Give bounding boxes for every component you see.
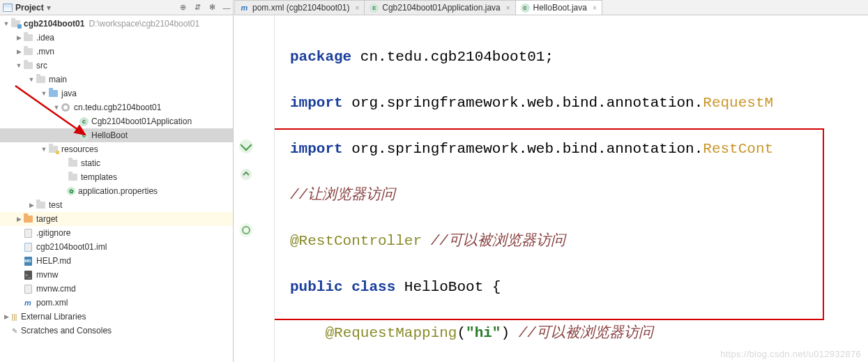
chevron-down-icon[interactable] xyxy=(40,90,47,97)
tree-test[interactable]: test xyxy=(0,198,233,212)
chevron-down-icon[interactable] xyxy=(40,146,47,153)
chevron-right-icon[interactable] xyxy=(15,34,22,41)
editor-body: package cn.tedu.cgb2104boot01; import or… xyxy=(234,15,868,362)
folder-icon xyxy=(24,62,33,69)
project-panel-header: Project ▾ ⊕ ⇵ ✻ — xyxy=(0,0,233,15)
module-folder-icon xyxy=(11,20,20,27)
tree-static[interactable]: static xyxy=(0,156,233,170)
tree-idea[interactable]: .idea xyxy=(0,31,233,45)
source-folder-icon xyxy=(49,90,58,97)
tree-external-libraries[interactable]: ||| External Libraries xyxy=(0,310,233,324)
project-tool-icon xyxy=(3,3,13,12)
file-icon xyxy=(24,285,32,294)
folder-icon xyxy=(68,174,77,181)
tab-hello[interactable]: c HelloBoot.java × xyxy=(515,0,602,15)
watermark-text: https://blog.csdn.net/u012932876 xyxy=(720,349,861,359)
project-tree[interactable]: cgb2104boot01 D:\workspace\cgb2104boot01… xyxy=(0,15,233,338)
tree-app-props[interactable]: ✿ application.properties xyxy=(0,184,233,198)
project-tool-window: Project ▾ ⊕ ⇵ ✻ — cgb2104boot01 D:\works… xyxy=(0,0,234,362)
root-label: cgb2104boot01 xyxy=(24,19,84,29)
java-class-icon: c xyxy=(79,117,89,126)
close-tab-icon[interactable]: × xyxy=(506,4,510,12)
gutter-marker-icon[interactable] xyxy=(239,223,253,237)
select-opened-file-icon[interactable]: ⊕ xyxy=(176,1,189,14)
chevron-right-icon[interactable] xyxy=(28,202,35,209)
tree-root[interactable]: cgb2104boot01 D:\workspace\cgb2104boot01 xyxy=(0,17,233,31)
tree-package[interactable]: cn.tedu.cgb2104boot01 xyxy=(0,100,233,114)
svg-point-0 xyxy=(241,169,252,180)
tree-templates[interactable]: templates xyxy=(0,170,233,184)
root-path: D:\workspace\cgb2104boot01 xyxy=(89,19,199,29)
tab-label: HelloBoot.java xyxy=(533,3,587,13)
tree-scratches[interactable]: ✎ Scratches and Consoles xyxy=(0,324,233,338)
tree-mvnw[interactable]: >_ mvnw xyxy=(0,268,233,282)
chevron-right-icon[interactable] xyxy=(15,48,22,55)
folder-icon xyxy=(36,76,45,83)
editor-region: m pom.xml (cgb2104boot01) × c Cgb2104boo… xyxy=(234,0,868,362)
iml-file-icon xyxy=(24,243,32,252)
project-panel-title[interactable]: Project xyxy=(15,3,44,13)
folder-icon xyxy=(68,160,77,167)
maven-file-icon: m xyxy=(240,3,249,13)
tree-app-class[interactable]: c Cgb2104boot01Application xyxy=(0,114,233,128)
spring-config-icon: ✿ xyxy=(67,187,75,195)
libraries-icon: ||| xyxy=(10,312,19,322)
tab-label: pom.xml (cgb2104boot01) xyxy=(252,3,349,13)
folder-icon xyxy=(24,48,33,55)
tree-resources[interactable]: resources xyxy=(0,142,233,156)
chevron-down-icon[interactable] xyxy=(3,20,10,27)
file-icon xyxy=(24,229,32,238)
tree-gitignore[interactable]: .gitignore xyxy=(0,226,233,240)
tree-hello-class[interactable]: c HelloBoot xyxy=(0,128,233,142)
code-line[interactable]: @RequestMapping("hi") //可以被浏览器访问 xyxy=(290,322,868,345)
tree-java[interactable]: java xyxy=(0,86,233,100)
tree-src[interactable]: src xyxy=(0,59,233,73)
scratches-icon: ✎ xyxy=(10,326,19,335)
package-icon xyxy=(61,103,70,112)
annotation-highlight-box xyxy=(275,128,824,320)
maven-file-icon: m xyxy=(24,299,33,308)
tree-target[interactable]: target xyxy=(0,212,233,226)
tree-help[interactable]: MD HELP.md xyxy=(0,254,233,268)
editor-gutter[interactable] xyxy=(234,15,275,362)
tree-mvn[interactable]: .mvn xyxy=(0,45,233,59)
tab-label: Cgb2104boot01Application.java xyxy=(382,3,500,13)
chevron-down-icon[interactable] xyxy=(15,62,22,69)
code-line[interactable]: import org.springframework.web.bind.anno… xyxy=(290,91,868,114)
close-tab-icon[interactable]: × xyxy=(593,4,597,12)
gear-icon[interactable]: ✻ xyxy=(206,1,218,14)
shell-file-icon: >_ xyxy=(24,271,32,280)
folder-icon xyxy=(36,202,45,209)
gutter-run-icon[interactable] xyxy=(239,139,253,153)
close-tab-icon[interactable]: × xyxy=(355,4,359,12)
project-view-dropdown-icon[interactable]: ▾ xyxy=(47,3,51,13)
chevron-down-icon[interactable] xyxy=(53,104,60,111)
expand-collapse-icon[interactable]: ⇵ xyxy=(191,1,204,14)
code-line[interactable]: package cn.tedu.cgb2104boot01; xyxy=(290,45,868,68)
resources-folder-icon xyxy=(49,146,58,153)
java-class-icon: c xyxy=(521,3,530,13)
hide-panel-icon[interactable]: — xyxy=(220,1,233,14)
chevron-right-icon[interactable] xyxy=(15,216,22,223)
tab-pom[interactable]: m pom.xml (cgb2104boot01) × xyxy=(234,0,365,15)
chevron-down-icon[interactable] xyxy=(28,76,35,83)
chevron-right-icon[interactable] xyxy=(3,313,10,320)
tree-mvnwcmd[interactable]: mvnw.cmd xyxy=(0,282,233,296)
markdown-file-icon: MD xyxy=(24,257,32,266)
tree-iml[interactable]: cgb2104boot01.iml xyxy=(0,240,233,254)
tree-main[interactable]: main xyxy=(0,73,233,86)
java-class-icon: c xyxy=(370,3,379,13)
excluded-folder-icon xyxy=(24,216,33,223)
gutter-nav-icon[interactable] xyxy=(239,167,253,181)
code-editor[interactable]: package cn.tedu.cgb2104boot01; import or… xyxy=(275,15,868,362)
java-class-icon: c xyxy=(79,131,89,140)
tree-pom[interactable]: m pom.xml xyxy=(0,296,233,310)
folder-icon xyxy=(24,34,33,41)
editor-tab-bar: m pom.xml (cgb2104boot01) × c Cgb2104boo… xyxy=(234,0,868,15)
tab-app[interactable]: c Cgb2104boot01Application.java × xyxy=(364,0,515,15)
